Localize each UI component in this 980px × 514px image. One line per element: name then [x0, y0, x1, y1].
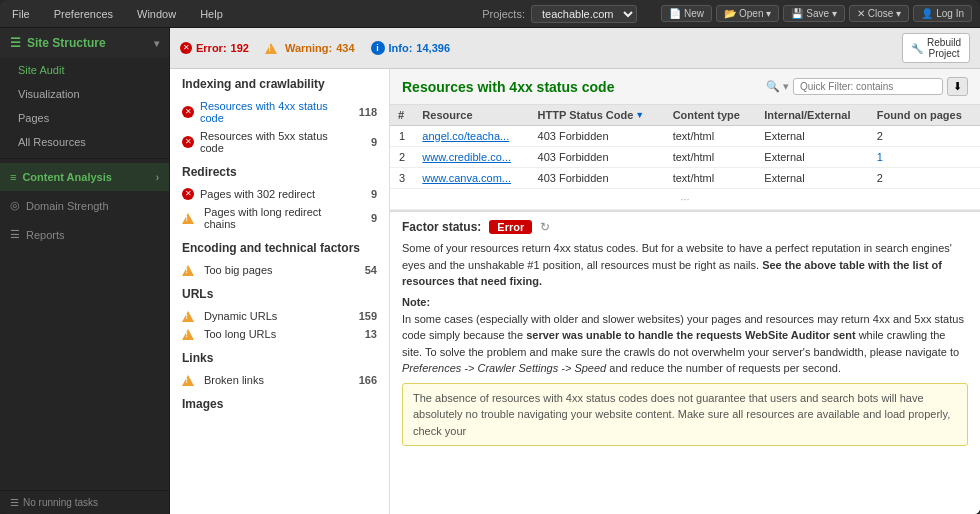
note-text: In some cases (especially with older and…: [402, 311, 968, 377]
sidebar-item-site-audit[interactable]: Site Audit: [0, 58, 169, 82]
sidebar: ☰ Site Structure ▾ Site Audit Visualizat…: [0, 28, 170, 514]
section-redirects-title: Redirects: [182, 165, 377, 179]
top-buttons: 📄New 📂Open ▾ 💾Save ▾ ✕Close ▾ 👤Log In: [661, 5, 972, 22]
new-button[interactable]: 📄New: [661, 5, 712, 22]
sidebar-item-pages[interactable]: Pages: [0, 106, 169, 130]
col-resource[interactable]: Resource: [414, 105, 529, 126]
audit-row-long-redirect[interactable]: Pages with long redirect chains 9: [182, 203, 377, 233]
data-table: # Resource HTTP Status Code ▼ Content ty…: [390, 105, 980, 210]
row1-status: 403 Forbidden: [530, 126, 665, 147]
sidebar-divider-1: [0, 158, 169, 159]
audit-row-broken-links-label: Broken links: [204, 374, 341, 386]
section-indexing-title: Indexing and crawlability: [182, 77, 377, 91]
audit-row-5xx-label: Resources with 5xx status code: [200, 130, 341, 154]
audit-row-4xx-label: Resources with 4xx status code: [200, 100, 341, 124]
audit-row-long-urls-count: 13: [347, 328, 377, 340]
col-found-on[interactable]: Found on pages: [869, 105, 980, 126]
login-button[interactable]: 👤Log In: [913, 5, 972, 22]
filter-icon: 🔍 ▾: [766, 80, 789, 93]
audit-row-broken-links-count: 166: [347, 374, 377, 386]
app-window: File Preferences Window Help Projects: t…: [0, 0, 980, 514]
sidebar-item-all-resources[interactable]: All Resources: [0, 130, 169, 154]
table-container: # Resource HTTP Status Code ▼ Content ty…: [390, 105, 980, 211]
right-panel: Error: 192 Warning: 434 i Info: 14,396 🔧…: [170, 28, 980, 514]
projects-label: Projects:: [482, 8, 525, 20]
refresh-icon[interactable]: ↻: [540, 220, 550, 234]
row3-resource-link[interactable]: www.canva.com...: [422, 172, 511, 184]
projects-select[interactable]: teachable.com: [531, 5, 637, 23]
audit-row-5xx[interactable]: Resources with 5xx status code 9: [182, 127, 377, 157]
row1-num: 1: [390, 126, 414, 147]
warning-triangle-icon-3: [182, 311, 194, 322]
audit-row-302[interactable]: Pages with 302 redirect 9: [182, 185, 377, 203]
audit-row-302-label: Pages with 302 redirect: [200, 188, 341, 200]
audit-row-big-pages[interactable]: Too big pages 54: [182, 261, 377, 279]
close-button[interactable]: ✕Close ▾: [849, 5, 909, 22]
col-status[interactable]: HTTP Status Code ▼: [530, 105, 665, 126]
menu-file[interactable]: File: [8, 6, 34, 22]
download-button[interactable]: ⬇: [947, 77, 968, 96]
detail-header: Resources with 4xx status code 🔍 ▾ ⬇: [390, 69, 980, 105]
sidebar-item-reports[interactable]: ☰ Reports: [0, 220, 169, 249]
warning-triangle-icon-5: [182, 375, 194, 386]
no-tasks-icon: ☰: [10, 497, 19, 508]
site-structure-label: Site Structure: [27, 36, 106, 50]
menu-bar: File Preferences Window Help Projects: t…: [0, 0, 980, 28]
col-content-type[interactable]: Content type: [665, 105, 757, 126]
audit-row-big-pages-label: Too big pages: [204, 264, 341, 276]
section-encoding-title: Encoding and technical factors: [182, 241, 377, 255]
content-analysis-arrow: ›: [156, 172, 159, 183]
info-label: Info:: [389, 42, 413, 54]
error-circle-icon: [182, 106, 194, 118]
warning-triangle-icon: [182, 213, 194, 224]
audit-row-long-urls[interactable]: Too long URLs 13: [182, 325, 377, 343]
info-badge: i Info: 14,396: [371, 41, 450, 55]
audit-row-4xx-count: 118: [347, 106, 377, 118]
sidebar-item-visualization[interactable]: Visualization: [0, 82, 169, 106]
audit-row-dynamic-urls[interactable]: Dynamic URLs 159: [182, 307, 377, 325]
warning-icon: [265, 43, 277, 54]
audit-row-5xx-count: 9: [347, 136, 377, 148]
audit-row-long-urls-label: Too long URLs: [204, 328, 341, 340]
row3-found-on: 2: [869, 168, 980, 189]
warning-triangle-icon-4: [182, 329, 194, 340]
error-circle-icon-2: [182, 136, 194, 148]
highlight-text: The absence of resources with 4xx status…: [413, 392, 950, 437]
col-num: #: [390, 105, 414, 126]
content-analysis-icon: ≡: [10, 171, 16, 183]
row1-internal-external: External: [756, 126, 869, 147]
col-internal-external[interactable]: Internal/External: [756, 105, 869, 126]
row3-status: 403 Forbidden: [530, 168, 665, 189]
audit-row-broken-links[interactable]: Broken links 166: [182, 371, 377, 389]
row3-resource[interactable]: www.canva.com...: [414, 168, 529, 189]
audit-row-dynamic-urls-count: 159: [347, 310, 377, 322]
row2-resource-link[interactable]: www.credible.co...: [422, 151, 511, 163]
sidebar-item-domain-strength[interactable]: ◎ Domain Strength: [0, 191, 169, 220]
filter-input[interactable]: [793, 78, 943, 95]
row1-resource-link[interactable]: angel.co/teacha...: [422, 130, 509, 142]
audit-row-dynamic-urls-label: Dynamic URLs: [204, 310, 341, 322]
row2-num: 2: [390, 147, 414, 168]
error-circle-icon-3: [182, 188, 194, 200]
row2-status: 403 Forbidden: [530, 147, 665, 168]
menu-window[interactable]: Window: [133, 6, 180, 22]
factor-text: Some of your resources return 4xx status…: [402, 240, 968, 290]
save-button[interactable]: 💾Save ▾: [783, 5, 845, 22]
factor-status-label: Factor status:: [402, 220, 481, 234]
menu-help[interactable]: Help: [196, 6, 227, 22]
error-badge: Error: 192: [180, 42, 249, 54]
open-button[interactable]: 📂Open ▾: [716, 5, 779, 22]
row2-resource[interactable]: www.credible.co...: [414, 147, 529, 168]
audit-row-long-redirect-count: 9: [347, 212, 377, 224]
menu-preferences[interactable]: Preferences: [50, 6, 117, 22]
row1-resource[interactable]: angel.co/teacha...: [414, 126, 529, 147]
error-count: 192: [231, 42, 249, 54]
audit-row-4xx[interactable]: Resources with 4xx status code 118: [182, 97, 377, 127]
row1-found-on: 2: [869, 126, 980, 147]
rebuild-button[interactable]: 🔧 RebuildProject: [902, 33, 970, 63]
projects-section: Projects: teachable.com: [482, 5, 637, 23]
sidebar-item-content-analysis[interactable]: ≡ Content Analysis ›: [0, 163, 169, 191]
row2-internal-external: External: [756, 147, 869, 168]
filter-section: 🔍 ▾ ⬇: [766, 77, 968, 96]
site-structure-header[interactable]: ☰ Site Structure ▾: [0, 28, 169, 58]
